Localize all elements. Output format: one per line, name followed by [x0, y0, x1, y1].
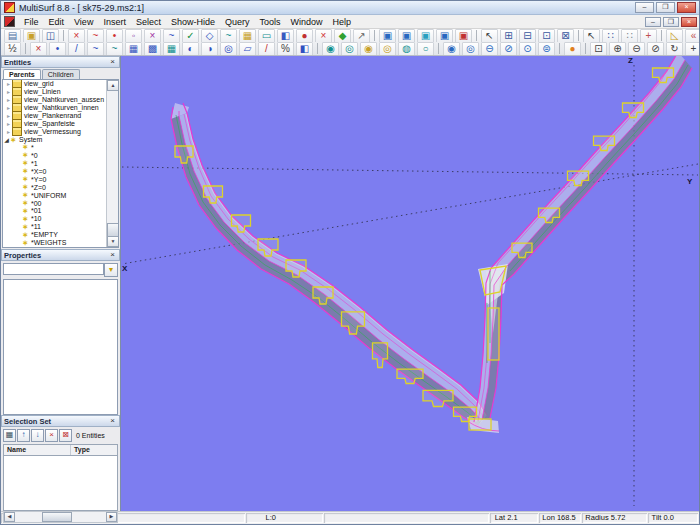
- menu-view[interactable]: View: [69, 16, 98, 28]
- scroll-up-icon[interactable]: ▲: [107, 80, 119, 91]
- tree-item-EMPTY[interactable]: ∗*EMPTY: [3, 231, 118, 239]
- list-view-button[interactable]: ▦: [3, 429, 16, 442]
- arc-tool-icon[interactable]: ~: [163, 29, 180, 42]
- entity-trim-icon[interactable]: %: [277, 42, 294, 55]
- select-parents-icon[interactable]: ⊡: [538, 29, 555, 42]
- eye-front-icon[interactable]: ◉: [443, 42, 460, 55]
- clamp-marker-7[interactable]: [373, 343, 388, 368]
- zoom-previous-icon[interactable]: ⊘: [647, 42, 664, 55]
- snap-divisions-icon[interactable]: ∷: [621, 29, 638, 42]
- tree-item-Y0[interactable]: ∗*Y=0: [3, 175, 118, 183]
- entities-close-icon[interactable]: ×: [108, 58, 117, 66]
- remove-selected-button[interactable]: ×: [45, 429, 58, 442]
- entity-sweep-icon[interactable]: ◑: [201, 42, 218, 55]
- entity-lofted-icon[interactable]: ▩: [144, 42, 161, 55]
- scroll-down-icon[interactable]: ▼: [107, 236, 119, 247]
- mdi-restore-button[interactable]: ❐: [663, 17, 679, 27]
- hide-all-icon[interactable]: ○: [417, 42, 434, 55]
- ball-tool-icon[interactable]: ●: [296, 29, 313, 42]
- tree-item-00[interactable]: ∗*00: [3, 199, 118, 207]
- rotate-view-icon[interactable]: ↻: [666, 42, 683, 55]
- hide-points-icon[interactable]: ◎: [341, 42, 358, 55]
- mdi-close-button[interactable]: ×: [681, 17, 697, 27]
- entity-revsurf-icon[interactable]: ◐: [182, 42, 199, 55]
- tree-item-Z0[interactable]: ∗*Z=0: [3, 183, 118, 191]
- selection-set-list[interactable]: [3, 455, 118, 511]
- tree-item-1[interactable]: ∗*1: [3, 159, 118, 167]
- ring-point-icon[interactable]: ◦: [125, 29, 142, 42]
- cross-tool-icon[interactable]: ×: [315, 29, 332, 42]
- eye-top-icon[interactable]: ⊙: [519, 42, 536, 55]
- entity-curve-icon[interactable]: ~: [87, 42, 104, 55]
- scroll-left-icon[interactable]: ◀: [4, 512, 15, 522]
- menu-edit[interactable]: Edit: [44, 16, 70, 28]
- nudge-left-icon[interactable]: «: [685, 29, 699, 42]
- selection-set-close-icon[interactable]: ×: [108, 417, 117, 425]
- zoom-out-icon[interactable]: ⊖: [628, 42, 645, 55]
- pick-pointer-icon[interactable]: ↖: [583, 29, 600, 42]
- bead-tool-icon[interactable]: ◇: [201, 29, 218, 42]
- tree-item-[interactable]: ∗*: [3, 144, 118, 152]
- show-named-icon[interactable]: ◉: [360, 42, 377, 55]
- view-custom-icon[interactable]: ▣: [455, 29, 472, 42]
- view-iso-icon[interactable]: ▣: [436, 29, 453, 42]
- scroll-right-icon[interactable]: ▶: [106, 512, 117, 522]
- zoom-window-icon[interactable]: ⊡: [590, 42, 607, 55]
- surface-grid-icon[interactable]: ▦: [239, 29, 256, 42]
- eye-left-icon[interactable]: ⊖: [481, 42, 498, 55]
- select-remove-icon[interactable]: ⊟: [519, 29, 536, 42]
- column-name[interactable]: Name: [4, 445, 71, 455]
- patch-tool-icon[interactable]: ▭: [258, 29, 275, 42]
- zoom-in-icon[interactable]: ⊕: [609, 42, 626, 55]
- menu-show-hide[interactable]: Show-Hide: [166, 16, 220, 28]
- entity-plane-icon[interactable]: ▱: [239, 42, 256, 55]
- entity-line-icon[interactable]: /: [68, 42, 85, 55]
- view-side-icon[interactable]: ▣: [398, 29, 415, 42]
- pan-view-icon[interactable]: +: [685, 42, 699, 55]
- eye-bottom-icon[interactable]: ⊜: [538, 42, 555, 55]
- solid-tool-icon[interactable]: ◧: [277, 29, 294, 42]
- entity-surface-icon[interactable]: ▦: [125, 42, 142, 55]
- tree-item-01[interactable]: ∗*01: [3, 207, 118, 215]
- expand-arrow-icon[interactable]: ▸: [5, 80, 12, 87]
- tree-item-11[interactable]: ∗*11: [3, 223, 118, 231]
- show-points-icon[interactable]: ◉: [322, 42, 339, 55]
- selection-set-hscrollbar[interactable]: ◀ ▶: [3, 511, 118, 523]
- show-all-icon[interactable]: ◍: [398, 42, 415, 55]
- minimize-button[interactable]: –: [635, 2, 654, 13]
- expand-arrow-icon[interactable]: ▸: [5, 120, 12, 127]
- offset-tool-icon[interactable]: ↗: [353, 29, 370, 42]
- tree-item-view_Vermessung[interactable]: ▸view_Vermessung: [3, 128, 118, 136]
- close-button[interactable]: ×: [677, 2, 696, 13]
- tree-item-10[interactable]: ∗*10: [3, 215, 118, 223]
- check-tool-icon[interactable]: ✓: [182, 29, 199, 42]
- point-tool-icon[interactable]: •: [106, 29, 123, 42]
- insert-curve-icon[interactable]: ~: [87, 29, 104, 42]
- menu-select[interactable]: Select: [131, 16, 166, 28]
- tree-item-WEIGHTS[interactable]: ∗*WEIGHTS: [3, 239, 118, 247]
- properties-close-icon[interactable]: ×: [108, 251, 117, 259]
- expand-arrow-icon[interactable]: ▸: [5, 128, 12, 135]
- tab-children[interactable]: Children: [42, 69, 80, 79]
- menu-insert[interactable]: Insert: [98, 16, 131, 28]
- entity-point-icon[interactable]: ×: [30, 42, 47, 55]
- eye-right-icon[interactable]: ⊘: [500, 42, 517, 55]
- menu-query[interactable]: Query: [220, 16, 255, 28]
- move-up-button[interactable]: ↑: [17, 429, 30, 442]
- plank-strake-left[interactable]: [171, 103, 487, 426]
- column-type[interactable]: Type: [71, 445, 117, 455]
- scroll-thumb[interactable]: [107, 223, 119, 237]
- tree-item-0[interactable]: ∗*0: [3, 151, 118, 159]
- clear-set-button[interactable]: ⊠: [59, 429, 72, 442]
- expand-arrow-icon[interactable]: ▸: [5, 96, 12, 103]
- entity-text-icon[interactable]: /: [258, 42, 275, 55]
- diamond-tool-icon[interactable]: ◆: [334, 29, 351, 42]
- measure-triangle-icon[interactable]: ◺: [666, 29, 683, 42]
- maximize-button[interactable]: ❐: [656, 2, 675, 13]
- select-pointer-icon[interactable]: ↖: [481, 29, 498, 42]
- view-front-icon[interactable]: ▣: [379, 29, 396, 42]
- tree-item-system[interactable]: ◢∗System: [3, 136, 118, 144]
- select-add-icon[interactable]: ⊞: [500, 29, 517, 42]
- entities-tree-scrollbar[interactable]: ▲ ▼: [106, 80, 118, 247]
- menu-window[interactable]: Window: [285, 16, 327, 28]
